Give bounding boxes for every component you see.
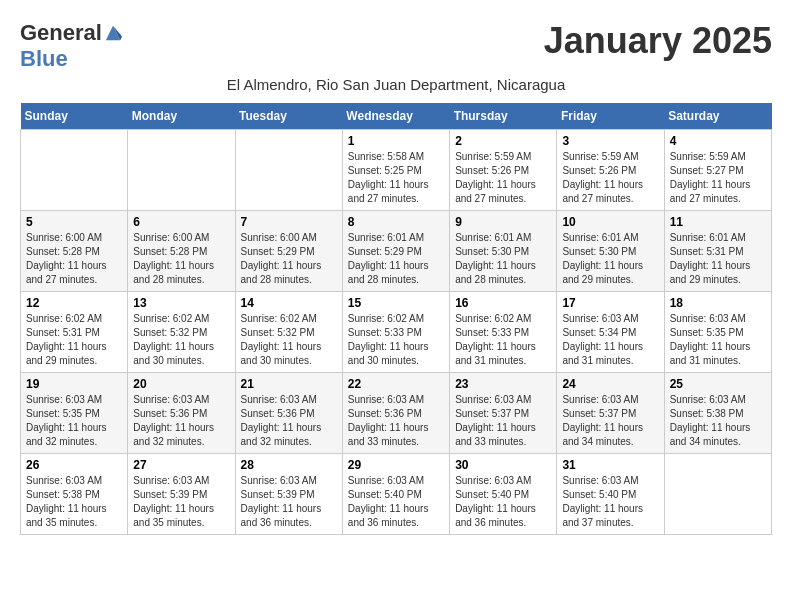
calendar-day-cell: 18Sunrise: 6:03 AM Sunset: 5:35 PM Dayli… — [664, 292, 771, 373]
month-title: January 2025 — [544, 20, 772, 62]
column-header-thursday: Thursday — [450, 103, 557, 130]
day-number: 2 — [455, 134, 551, 148]
day-content: Sunrise: 5:58 AM Sunset: 5:25 PM Dayligh… — [348, 150, 444, 206]
day-content: Sunrise: 6:03 AM Sunset: 5:39 PM Dayligh… — [241, 474, 337, 530]
day-content: Sunrise: 6:03 AM Sunset: 5:37 PM Dayligh… — [455, 393, 551, 449]
day-content: Sunrise: 6:03 AM Sunset: 5:35 PM Dayligh… — [670, 312, 766, 368]
empty-cell — [235, 130, 342, 211]
calendar-day-cell: 13Sunrise: 6:02 AM Sunset: 5:32 PM Dayli… — [128, 292, 235, 373]
calendar-day-cell: 22Sunrise: 6:03 AM Sunset: 5:36 PM Dayli… — [342, 373, 449, 454]
column-header-monday: Monday — [128, 103, 235, 130]
calendar-day-cell: 26Sunrise: 6:03 AM Sunset: 5:38 PM Dayli… — [21, 454, 128, 535]
calendar-body: 1Sunrise: 5:58 AM Sunset: 5:25 PM Daylig… — [21, 130, 772, 535]
day-content: Sunrise: 6:03 AM Sunset: 5:38 PM Dayligh… — [26, 474, 122, 530]
day-content: Sunrise: 6:02 AM Sunset: 5:33 PM Dayligh… — [348, 312, 444, 368]
calendar-day-cell: 9Sunrise: 6:01 AM Sunset: 5:30 PM Daylig… — [450, 211, 557, 292]
location-subtitle: El Almendro, Rio San Juan Department, Ni… — [20, 76, 772, 93]
day-content: Sunrise: 6:03 AM Sunset: 5:40 PM Dayligh… — [562, 474, 658, 530]
calendar-week-row: 12Sunrise: 6:02 AM Sunset: 5:31 PM Dayli… — [21, 292, 772, 373]
calendar-day-cell: 6Sunrise: 6:00 AM Sunset: 5:28 PM Daylig… — [128, 211, 235, 292]
calendar-day-cell: 27Sunrise: 6:03 AM Sunset: 5:39 PM Dayli… — [128, 454, 235, 535]
day-number: 7 — [241, 215, 337, 229]
day-number: 11 — [670, 215, 766, 229]
day-number: 25 — [670, 377, 766, 391]
calendar-day-cell: 16Sunrise: 6:02 AM Sunset: 5:33 PM Dayli… — [450, 292, 557, 373]
day-number: 14 — [241, 296, 337, 310]
day-content: Sunrise: 5:59 AM Sunset: 5:26 PM Dayligh… — [562, 150, 658, 206]
day-content: Sunrise: 6:02 AM Sunset: 5:33 PM Dayligh… — [455, 312, 551, 368]
column-header-sunday: Sunday — [21, 103, 128, 130]
calendar-week-row: 1Sunrise: 5:58 AM Sunset: 5:25 PM Daylig… — [21, 130, 772, 211]
day-number: 31 — [562, 458, 658, 472]
day-content: Sunrise: 6:03 AM Sunset: 5:34 PM Dayligh… — [562, 312, 658, 368]
day-content: Sunrise: 6:01 AM Sunset: 5:30 PM Dayligh… — [455, 231, 551, 287]
logo: General Blue — [20, 20, 122, 72]
day-number: 27 — [133, 458, 229, 472]
day-number: 12 — [26, 296, 122, 310]
logo-icon — [104, 24, 122, 42]
day-number: 30 — [455, 458, 551, 472]
day-content: Sunrise: 6:03 AM Sunset: 5:40 PM Dayligh… — [348, 474, 444, 530]
calendar-day-cell: 12Sunrise: 6:02 AM Sunset: 5:31 PM Dayli… — [21, 292, 128, 373]
calendar-day-cell: 10Sunrise: 6:01 AM Sunset: 5:30 PM Dayli… — [557, 211, 664, 292]
day-content: Sunrise: 6:00 AM Sunset: 5:28 PM Dayligh… — [133, 231, 229, 287]
day-number: 26 — [26, 458, 122, 472]
day-content: Sunrise: 6:03 AM Sunset: 5:36 PM Dayligh… — [133, 393, 229, 449]
calendar-day-cell: 31Sunrise: 6:03 AM Sunset: 5:40 PM Dayli… — [557, 454, 664, 535]
day-number: 16 — [455, 296, 551, 310]
day-number: 4 — [670, 134, 766, 148]
day-number: 17 — [562, 296, 658, 310]
day-number: 20 — [133, 377, 229, 391]
logo-general-text: General — [20, 20, 102, 46]
empty-cell — [664, 454, 771, 535]
day-number: 13 — [133, 296, 229, 310]
day-content: Sunrise: 6:01 AM Sunset: 5:31 PM Dayligh… — [670, 231, 766, 287]
calendar-day-cell: 2Sunrise: 5:59 AM Sunset: 5:26 PM Daylig… — [450, 130, 557, 211]
calendar-day-cell: 11Sunrise: 6:01 AM Sunset: 5:31 PM Dayli… — [664, 211, 771, 292]
calendar-day-cell: 25Sunrise: 6:03 AM Sunset: 5:38 PM Dayli… — [664, 373, 771, 454]
day-number: 29 — [348, 458, 444, 472]
day-number: 8 — [348, 215, 444, 229]
column-header-friday: Friday — [557, 103, 664, 130]
calendar-day-cell: 4Sunrise: 5:59 AM Sunset: 5:27 PM Daylig… — [664, 130, 771, 211]
calendar-week-row: 19Sunrise: 6:03 AM Sunset: 5:35 PM Dayli… — [21, 373, 772, 454]
day-number: 24 — [562, 377, 658, 391]
calendar-day-cell: 28Sunrise: 6:03 AM Sunset: 5:39 PM Dayli… — [235, 454, 342, 535]
calendar-day-cell: 17Sunrise: 6:03 AM Sunset: 5:34 PM Dayli… — [557, 292, 664, 373]
day-number: 5 — [26, 215, 122, 229]
calendar-day-cell: 15Sunrise: 6:02 AM Sunset: 5:33 PM Dayli… — [342, 292, 449, 373]
calendar-day-cell: 20Sunrise: 6:03 AM Sunset: 5:36 PM Dayli… — [128, 373, 235, 454]
day-content: Sunrise: 6:00 AM Sunset: 5:29 PM Dayligh… — [241, 231, 337, 287]
day-content: Sunrise: 6:02 AM Sunset: 5:32 PM Dayligh… — [133, 312, 229, 368]
day-content: Sunrise: 6:03 AM Sunset: 5:38 PM Dayligh… — [670, 393, 766, 449]
day-content: Sunrise: 6:03 AM Sunset: 5:36 PM Dayligh… — [241, 393, 337, 449]
day-number: 3 — [562, 134, 658, 148]
day-content: Sunrise: 6:00 AM Sunset: 5:28 PM Dayligh… — [26, 231, 122, 287]
day-number: 18 — [670, 296, 766, 310]
day-content: Sunrise: 6:03 AM Sunset: 5:39 PM Dayligh… — [133, 474, 229, 530]
calendar-week-row: 5Sunrise: 6:00 AM Sunset: 5:28 PM Daylig… — [21, 211, 772, 292]
calendar-day-cell: 8Sunrise: 6:01 AM Sunset: 5:29 PM Daylig… — [342, 211, 449, 292]
day-number: 15 — [348, 296, 444, 310]
day-number: 23 — [455, 377, 551, 391]
day-number: 28 — [241, 458, 337, 472]
day-number: 9 — [455, 215, 551, 229]
day-number: 22 — [348, 377, 444, 391]
day-number: 6 — [133, 215, 229, 229]
calendar-day-cell: 19Sunrise: 6:03 AM Sunset: 5:35 PM Dayli… — [21, 373, 128, 454]
column-header-tuesday: Tuesday — [235, 103, 342, 130]
day-content: Sunrise: 5:59 AM Sunset: 5:26 PM Dayligh… — [455, 150, 551, 206]
empty-cell — [128, 130, 235, 211]
calendar-week-row: 26Sunrise: 6:03 AM Sunset: 5:38 PM Dayli… — [21, 454, 772, 535]
day-content: Sunrise: 6:03 AM Sunset: 5:35 PM Dayligh… — [26, 393, 122, 449]
calendar-day-cell: 24Sunrise: 6:03 AM Sunset: 5:37 PM Dayli… — [557, 373, 664, 454]
column-header-saturday: Saturday — [664, 103, 771, 130]
day-number: 19 — [26, 377, 122, 391]
empty-cell — [21, 130, 128, 211]
day-number: 10 — [562, 215, 658, 229]
day-content: Sunrise: 6:03 AM Sunset: 5:36 PM Dayligh… — [348, 393, 444, 449]
calendar-header-row: SundayMondayTuesdayWednesdayThursdayFrid… — [21, 103, 772, 130]
calendar-day-cell: 29Sunrise: 6:03 AM Sunset: 5:40 PM Dayli… — [342, 454, 449, 535]
day-content: Sunrise: 6:03 AM Sunset: 5:40 PM Dayligh… — [455, 474, 551, 530]
day-number: 1 — [348, 134, 444, 148]
